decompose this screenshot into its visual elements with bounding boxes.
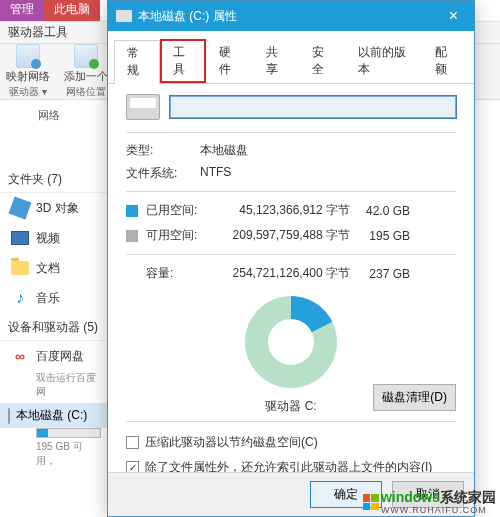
- drive-item-label: 本地磁盘 (C:): [16, 407, 87, 424]
- drive-large-icon: [126, 94, 160, 120]
- map-network-drive-sublabel: 驱动器 ▾: [9, 85, 47, 99]
- dialog-titlebar[interactable]: 本地磁盘 (C:) 属性 ×: [108, 1, 474, 31]
- drive-capacity-bar: [36, 428, 101, 438]
- compress-checkbox[interactable]: [126, 436, 139, 449]
- folder-item-documents[interactable]: 文档: [0, 253, 111, 283]
- used-space-bytes: 45,123,366,912 字节: [210, 202, 360, 219]
- filesystem-label: 文件系统:: [126, 165, 192, 182]
- folder-icon: [10, 258, 30, 278]
- tab-general[interactable]: 常规: [114, 40, 160, 84]
- watermark-url: WWW.RUHAIFU.COM: [381, 505, 496, 515]
- drive-letter-label: 驱动器 C:: [265, 398, 316, 415]
- used-swatch-icon: [126, 205, 138, 217]
- used-space-label: 已用空间:: [146, 202, 210, 219]
- free-swatch-icon: [126, 230, 138, 242]
- folder-item-label: 音乐: [36, 290, 60, 307]
- used-space-gb: 42.0 GB: [360, 204, 410, 218]
- hdd-icon: [8, 409, 10, 423]
- index-checkbox[interactable]: [126, 461, 139, 472]
- ribbon-tab-manage[interactable]: 管理: [0, 0, 44, 21]
- close-button[interactable]: ×: [441, 7, 466, 25]
- map-network-drive-button[interactable]: 映射网络 驱动器 ▾: [6, 44, 50, 99]
- drive-item-local-c[interactable]: 本地磁盘 (C:): [0, 403, 111, 428]
- folders-section-header: 文件夹 (7): [0, 165, 111, 193]
- disk-icon: [116, 10, 132, 22]
- drive-item-local-c-sub: 195 GB 可用，: [0, 440, 111, 472]
- add-network-location-sublabel: 网络位置: [66, 85, 106, 99]
- disk-cleanup-button[interactable]: 磁盘清理(D): [373, 384, 456, 411]
- ribbon-group-network-label: 网络: [38, 108, 60, 123]
- tab-security[interactable]: 安全: [299, 39, 345, 83]
- dialog-title-text: 本地磁盘 (C:) 属性: [138, 8, 237, 25]
- folder-item-videos[interactable]: 视频: [0, 223, 111, 253]
- separator: [126, 132, 456, 133]
- network-drive-icon: [16, 44, 40, 68]
- capacity-bytes: 254,721,126,400 字节: [210, 265, 360, 282]
- add-location-icon: [74, 44, 98, 68]
- folder-item-label: 文档: [36, 260, 60, 277]
- type-value: 本地磁盘: [200, 142, 248, 159]
- free-space-bytes: 209,597,759,488 字节: [210, 227, 360, 244]
- drives-section-header: 设备和驱动器 (5): [0, 313, 111, 341]
- watermark-brand: indows: [392, 489, 440, 505]
- tab-previous-versions[interactable]: 以前的版本: [345, 39, 422, 83]
- capacity-gb: 237 GB: [360, 267, 410, 281]
- music-icon: ♪: [10, 288, 30, 308]
- free-space-label: 可用空间:: [146, 227, 210, 244]
- explorer-content-pane: 文件夹 (7) 3D 对象 视频 文档 ♪ 音乐 设备和驱动器 (5) ∞ 百度…: [0, 165, 112, 517]
- tab-hardware[interactable]: 硬件: [206, 39, 252, 83]
- watermark: windows系统家园 WWW.RUHAIFU.COM: [363, 489, 496, 515]
- type-label: 类型:: [126, 142, 192, 159]
- drive-item-baidu-sub: 双击运行百度网: [0, 371, 111, 403]
- baidu-icon: ∞: [10, 346, 30, 366]
- dialog-tabstrip: 常规 工具 硬件 共享 安全 以前的版本 配额: [108, 31, 474, 84]
- drive-item-baidu[interactable]: ∞ 百度网盘: [0, 341, 111, 371]
- drive-item-label: 百度网盘: [36, 348, 84, 365]
- folder-item-label: 视频: [36, 230, 60, 247]
- separator: [126, 254, 456, 255]
- capacity-pie-icon: [245, 296, 337, 388]
- windows-logo-icon: [363, 494, 379, 510]
- separator: [126, 191, 456, 192]
- add-network-location-label: 添加一个: [64, 69, 108, 84]
- dialog-body: 类型: 本地磁盘 文件系统: NTFS 已用空间: 45,123,366,912…: [108, 84, 474, 472]
- capacity-pie-area: 驱动器 C: 磁盘清理(D): [126, 296, 456, 415]
- video-icon: [10, 228, 30, 248]
- drive-properties-dialog: 本地磁盘 (C:) 属性 × 常规 工具 硬件 共享 安全 以前的版本 配额 类…: [107, 0, 475, 517]
- free-space-gb: 195 GB: [360, 229, 410, 243]
- tab-sharing[interactable]: 共享: [253, 39, 299, 83]
- separator: [126, 421, 456, 422]
- watermark-tag: 系统家园: [440, 489, 496, 505]
- compress-checkbox-label: 压缩此驱动器以节约磁盘空间(C): [145, 434, 318, 451]
- ribbon-tab-thispc[interactable]: 此电脑: [44, 0, 100, 21]
- map-network-drive-label: 映射网络: [6, 69, 50, 84]
- tab-quota[interactable]: 配额: [422, 39, 468, 83]
- folder-item-music[interactable]: ♪ 音乐: [0, 283, 111, 313]
- drive-label-input[interactable]: [170, 96, 456, 118]
- folder-item-label: 3D 对象: [36, 200, 79, 217]
- tab-tools[interactable]: 工具: [160, 39, 206, 83]
- folder-item-3d-objects[interactable]: 3D 对象: [0, 193, 111, 223]
- add-network-location-button[interactable]: 添加一个 网络位置: [64, 44, 108, 99]
- index-checkbox-label: 除了文件属性外，还允许索引此驱动器上文件的内容(I): [145, 459, 432, 472]
- filesystem-value: NTFS: [200, 165, 231, 182]
- capacity-label: 容量:: [146, 265, 210, 282]
- cube-icon: [10, 198, 30, 218]
